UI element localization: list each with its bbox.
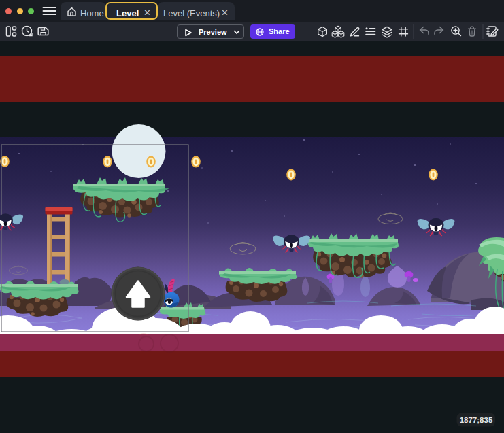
svg-text:1877;835: 1877;835 bbox=[460, 416, 493, 424]
